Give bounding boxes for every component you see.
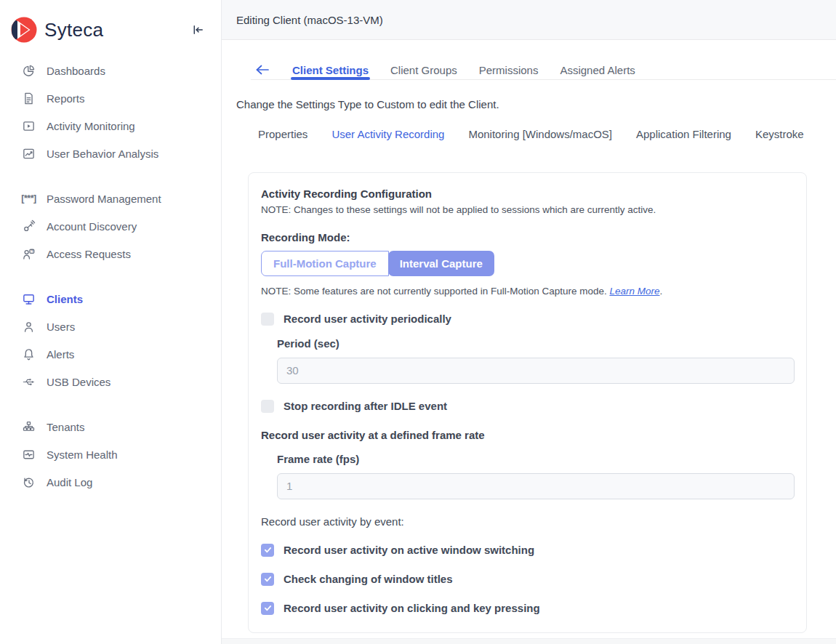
document-icon [22, 92, 36, 105]
recording-mode-label: Recording Mode: [261, 231, 793, 243]
main-area: Editing Client (macOS-13-VM) Client Sett… [222, 0, 836, 644]
sidebar-item-activity-monitoring[interactable]: Activity Monitoring [0, 112, 221, 140]
sidebar-item-account-discovery[interactable]: Account Discovery [0, 212, 221, 240]
sidebar-item-label: Dashboards [47, 65, 105, 77]
mode-note-text: NOTE: Some features are not currently su… [261, 286, 609, 297]
next-section-edge [222, 638, 836, 644]
window-switching-checkbox[interactable] [261, 544, 274, 557]
collapse-sidebar-icon[interactable] [191, 23, 205, 37]
card-title: Activity Recording Configuration [261, 188, 793, 200]
stop-after-idle-checkbox[interactable] [261, 400, 274, 413]
tab-permissions[interactable]: Permissions [479, 61, 539, 79]
sidebar-item-label: System Health [47, 448, 118, 461]
sidebar-item-users[interactable]: Users [0, 313, 221, 340]
record-periodically-checkbox[interactable] [261, 313, 274, 326]
sidebar-item-label: Alerts [47, 348, 74, 361]
frame-rate-heading: Record user activity at a defined frame … [261, 429, 793, 441]
person-question-icon: ? [22, 247, 36, 261]
sidebar-item-access-requests[interactable]: ? Access Requests [0, 240, 221, 267]
play-square-icon [22, 119, 36, 133]
learn-more-link[interactable]: Learn More [609, 286, 659, 297]
sidebar-item-label: Activity Monitoring [47, 120, 135, 132]
idle-check-row: Stop recording after IDLE event [261, 400, 793, 413]
period-field-block: Period (sec) [277, 337, 793, 384]
sidebar-item-audit-log[interactable]: Audit Log [0, 468, 221, 496]
window-switching-label: Record user activity on active window sw… [284, 544, 534, 556]
back-button[interactable] [254, 63, 270, 77]
window-titles-label: Check changing of window titles [284, 573, 453, 585]
event-check-row: Check changing of window titles [261, 573, 793, 586]
full-motion-capture-button[interactable]: Full-Motion Capture [261, 251, 389, 276]
sidebar-item-label: USB Devices [47, 376, 110, 388]
page-header: Editing Client (macOS-13-VM) [222, 0, 836, 40]
sidebar-item-reports[interactable]: Reports [0, 84, 221, 112]
sidebar-item-label: Users [47, 321, 75, 333]
org-chart-icon [22, 420, 36, 434]
recording-mode-toggle: Full-Motion Capture Interval Capture [261, 251, 494, 276]
history-clock-icon [22, 475, 36, 489]
subtab-user-activity-recording[interactable]: User Activity Recording [331, 128, 444, 140]
period-input[interactable] [277, 358, 795, 384]
sidebar-item-label: User Behavior Analysis [47, 148, 158, 160]
subtabs-row: Properties User Activity Recording Monit… [258, 128, 836, 140]
sidebar-item-dashboards[interactable]: Dashboards [0, 57, 221, 84]
line-chart-icon [22, 147, 36, 161]
svg-text:?: ? [31, 249, 33, 253]
mode-note-suffix: . [660, 286, 663, 297]
sidebar-item-label: Clients [47, 293, 83, 305]
syteca-logo-icon [10, 16, 38, 44]
stop-after-idle-label: Stop recording after IDLE event [284, 400, 447, 412]
bell-icon [22, 347, 36, 361]
sidebar-item-label: Audit Log [47, 476, 92, 488]
periodic-check-row: Record user activity periodically [261, 313, 793, 326]
window-titles-checkbox[interactable] [261, 573, 274, 586]
sidebar-item-password-management[interactable]: [***] Password Management [0, 185, 221, 212]
tab-client-groups[interactable]: Client Groups [390, 61, 457, 79]
by-event-label: Record user activity by event: [261, 515, 793, 528]
card-note: NOTE: Changes to these settings will not… [261, 204, 793, 215]
sidebar: Syteca Dashboards [0, 0, 222, 644]
key-discovery-icon [22, 220, 36, 233]
event-check-row: Record user activity on active window sw… [261, 544, 793, 557]
sidebar-item-alerts[interactable]: Alerts [0, 340, 221, 368]
health-monitor-icon [22, 448, 36, 462]
activity-recording-card: Activity Recording Configuration NOTE: C… [248, 172, 807, 633]
clicking-keypress-label: Record user activity on clicking and key… [284, 602, 540, 614]
settings-type-notice: Change the Settings Type to Custom to ed… [236, 98, 836, 110]
person-icon [22, 320, 36, 334]
sidebar-item-system-health[interactable]: System Health [0, 440, 221, 468]
sidebar-item-clients[interactable]: Clients [0, 285, 221, 313]
monitor-icon [22, 292, 36, 306]
period-label: Period (sec) [277, 337, 793, 350]
pie-chart-icon [22, 64, 36, 78]
sidebar-item-label: Access Requests [47, 248, 131, 260]
frame-rate-field-block: Frame rate (fps) [277, 453, 793, 499]
page-title: Editing Client (macOS-13-VM) [236, 14, 383, 26]
sidebar-item-label: Account Discovery [47, 220, 137, 233]
brand-name: Syteca [44, 19, 103, 41]
password-brackets-icon: [***] [22, 192, 36, 206]
sidebar-item-usb-devices[interactable]: USB Devices [0, 368, 221, 395]
subtab-monitoring[interactable]: Monitoring [Windows/macOS] [468, 128, 612, 140]
interval-capture-button[interactable]: Interval Capture [388, 251, 494, 276]
tabs-row: Client Settings Client Groups Permission… [251, 61, 836, 80]
sidebar-item-label: Tenants [47, 421, 85, 433]
sidebar-item-tenants[interactable]: Tenants [0, 413, 221, 440]
logo-row: Syteca [0, 15, 221, 45]
tab-client-settings[interactable]: Client Settings [292, 61, 369, 79]
sidebar-item-label: Reports [47, 92, 85, 105]
subtab-application-filtering[interactable]: Application Filtering [636, 128, 731, 140]
usb-icon [22, 375, 36, 389]
frame-rate-label: Frame rate (fps) [277, 453, 793, 465]
sidebar-nav: Dashboards Reports Activ [0, 57, 221, 496]
event-check-row: Record user activity on clicking and key… [261, 602, 793, 615]
record-periodically-label: Record user activity periodically [284, 313, 451, 325]
sidebar-item-label: Password Management [47, 193, 161, 205]
subtab-properties[interactable]: Properties [258, 128, 308, 140]
subtab-keystroke[interactable]: Keystroke [755, 128, 804, 140]
mode-note: NOTE: Some features are not currently su… [261, 286, 793, 297]
sidebar-item-user-behavior-analysis[interactable]: User Behavior Analysis [0, 140, 221, 167]
clicking-keypress-checkbox[interactable] [261, 602, 274, 615]
tab-assigned-alerts[interactable]: Assigned Alerts [560, 61, 635, 79]
frame-rate-input[interactable] [277, 473, 795, 499]
